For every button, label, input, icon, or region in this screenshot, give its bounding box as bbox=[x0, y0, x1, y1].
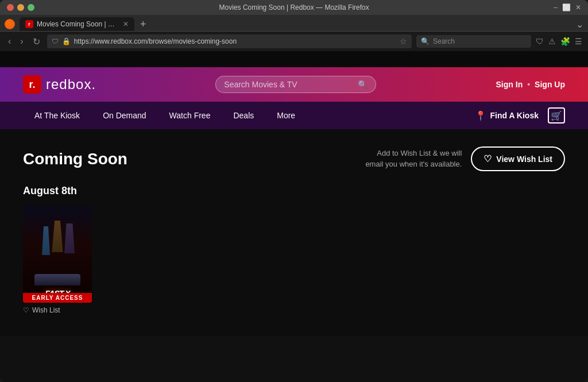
nav-bar: ‹ › ↻ 🛡 🔒 https://www.redbox.com/browse/… bbox=[0, 31, 588, 51]
title-bar: Movies Coming Soon | Redbox — Mozilla Fi… bbox=[0, 0, 588, 15]
pin-icon: 📍 bbox=[475, 110, 486, 121]
main-content: Coming Soon Add to Wish List & we will e… bbox=[0, 129, 588, 336]
warning-icon[interactable]: ⚠ bbox=[548, 37, 556, 46]
lock-icon: 🔒 bbox=[62, 37, 71, 45]
shield-icon: 🛡 bbox=[52, 37, 59, 45]
minimize-button[interactable] bbox=[17, 4, 24, 11]
wish-list-description: Add to Wish List & we will email you whe… bbox=[365, 148, 462, 169]
maximize-button[interactable] bbox=[28, 4, 34, 11]
window-title: Movies Coming Soon | Redbox — Mozilla Fi… bbox=[34, 3, 554, 11]
logo-r-icon: r. bbox=[23, 75, 41, 94]
heart-icon: ♡ bbox=[483, 153, 492, 164]
header-search-area: Search Movies & TV 🔍 bbox=[107, 76, 484, 93]
url-bar[interactable]: 🛡 🔒 https://www.redbox.com/browse/movies… bbox=[47, 34, 412, 48]
movie-card-fast-x[interactable]: FAST X EARLY ACCESS ♡ Wish List bbox=[23, 206, 92, 314]
search-movies-placeholder: Search Movies & TV bbox=[224, 80, 353, 89]
coming-soon-header: Coming Soon Add to Wish List & we will e… bbox=[23, 146, 565, 171]
url-text: https://www.redbox.com/browse/movies-com… bbox=[74, 37, 396, 45]
window-close-icon[interactable]: ✕ bbox=[575, 3, 581, 11]
bookmark-icon[interactable]: ☆ bbox=[400, 37, 407, 46]
extensions-icon[interactable]: 🧩 bbox=[560, 37, 570, 46]
sign-up-link[interactable]: Sign Up bbox=[535, 80, 565, 89]
nav-item-demand[interactable]: On Demand bbox=[91, 102, 157, 129]
small-heart-icon: ♡ bbox=[23, 306, 29, 314]
tab-bar: r Movies Coming Soon | Re... ✕ + ⌄ bbox=[0, 15, 588, 31]
section-date: August 8th bbox=[23, 185, 565, 197]
poster-figures bbox=[29, 218, 86, 269]
window-right-controls: – ⬜ ✕ bbox=[554, 3, 581, 11]
nav-items: At The Kiosk On Demand Watch Free Deals … bbox=[23, 102, 475, 129]
firefox-logo-icon bbox=[5, 19, 15, 29]
header-auth: Sign In • Sign Up bbox=[496, 80, 565, 89]
wish-list-text-line1: Add to Wish List & we will bbox=[377, 149, 462, 157]
nav-right: 📍 Find A Kiosk 🛒 bbox=[475, 107, 565, 124]
site-header: r. redbox. Search Movies & TV 🔍 Sign In … bbox=[0, 67, 588, 102]
browser-search-text: Search bbox=[433, 37, 455, 45]
movie-poster-image: FAST X bbox=[23, 206, 92, 303]
nav-item-deals[interactable]: Deals bbox=[222, 102, 265, 129]
window-restore-icon[interactable]: ⬜ bbox=[562, 3, 571, 11]
movie-wish-list[interactable]: ♡ Wish List bbox=[23, 306, 92, 314]
window-controls bbox=[7, 4, 34, 11]
new-tab-button[interactable]: + bbox=[137, 18, 150, 30]
browser-search-bar[interactable]: 🔍 Search bbox=[416, 35, 531, 48]
nav-item-watch-free[interactable]: Watch Free bbox=[158, 102, 222, 129]
find-kiosk-link[interactable]: 📍 Find A Kiosk bbox=[475, 110, 539, 121]
search-engine-icon: 🔍 bbox=[421, 37, 430, 45]
movies-row: FAST X EARLY ACCESS ♡ Wish List bbox=[23, 206, 565, 314]
search-magnifier-icon: 🔍 bbox=[358, 80, 368, 89]
shield-nav-icon[interactable]: 🛡 bbox=[536, 37, 544, 46]
find-kiosk-label: Find A Kiosk bbox=[490, 111, 539, 120]
movie-poster: FAST X EARLY ACCESS bbox=[23, 206, 92, 303]
redbox-logo[interactable]: r. redbox. bbox=[23, 75, 96, 94]
cart-icon[interactable]: 🛒 bbox=[548, 107, 565, 124]
tab-bar-expand-icon[interactable]: ⌄ bbox=[576, 19, 583, 30]
search-input-wrap[interactable]: Search Movies & TV 🔍 bbox=[215, 76, 376, 93]
nav-icons: 🛡 ⚠ 🧩 ☰ bbox=[536, 37, 582, 46]
tab-close-icon[interactable]: ✕ bbox=[123, 20, 129, 28]
early-access-badge: EARLY ACCESS bbox=[23, 293, 92, 303]
view-wish-list-label: View Wish List bbox=[496, 155, 552, 164]
back-button[interactable]: ‹ bbox=[6, 35, 13, 48]
active-tab[interactable]: r Movies Coming Soon | Re... ✕ bbox=[20, 17, 134, 31]
close-button[interactable] bbox=[7, 4, 14, 11]
wish-list-text-line2: email you when it's available. bbox=[365, 160, 462, 168]
sign-in-link[interactable]: Sign In bbox=[496, 80, 523, 89]
top-band bbox=[0, 51, 588, 67]
nav-item-more[interactable]: More bbox=[265, 102, 307, 129]
tab-favicon: r bbox=[25, 20, 33, 28]
reload-button[interactable]: ↻ bbox=[30, 35, 42, 48]
menu-icon[interactable]: ☰ bbox=[575, 37, 582, 46]
site-nav: At The Kiosk On Demand Watch Free Deals … bbox=[0, 102, 588, 129]
auth-separator: • bbox=[527, 80, 530, 89]
forward-button[interactable]: › bbox=[18, 35, 25, 48]
wish-list-area: Add to Wish List & we will email you whe… bbox=[365, 146, 565, 171]
page-title: Coming Soon bbox=[23, 150, 127, 168]
poster-car bbox=[34, 274, 80, 285]
nav-item-kiosk[interactable]: At The Kiosk bbox=[23, 102, 91, 129]
logo-text: redbox. bbox=[46, 76, 96, 92]
tab-title: Movies Coming Soon | Re... bbox=[37, 20, 119, 28]
wish-list-label: Wish List bbox=[32, 306, 60, 314]
window-min-icon[interactable]: – bbox=[554, 3, 558, 11]
view-wish-list-button[interactable]: ♡ View Wish List bbox=[471, 146, 565, 171]
